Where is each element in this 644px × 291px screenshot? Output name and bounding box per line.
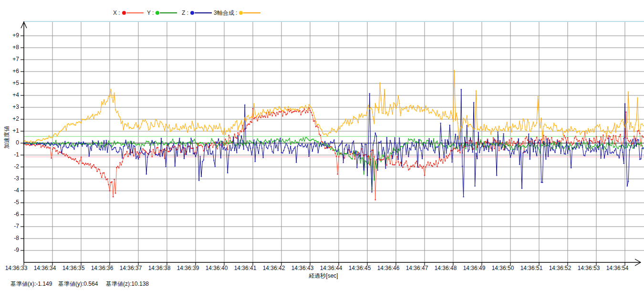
- x-tick-label: 14:36:54: [602, 265, 633, 271]
- x-tick-label: 14:36:35: [58, 265, 89, 271]
- y-axis-title: 加速度値: [3, 123, 10, 152]
- x-tick-label: 14:36:43: [287, 265, 318, 271]
- legend-item-z: Z :: [182, 9, 212, 17]
- legend-label-x: X :: [113, 10, 120, 16]
- y-tick-label: -9: [1, 247, 19, 253]
- y-tick-label: +3: [1, 104, 19, 110]
- legend-marker-dot-y: [156, 11, 159, 15]
- baseline-x-value: 基準値(x):-1.149: [10, 280, 52, 288]
- baseline-z-value: 基準値(z):10.138: [106, 280, 149, 288]
- y-tick-label: +6: [1, 68, 19, 74]
- legend-marker-dot-z: [190, 11, 194, 15]
- legend-marker-dot-x: [122, 11, 126, 15]
- y-tick-label: -1: [1, 151, 19, 158]
- legend-label-composite: 3軸合成 :: [214, 9, 237, 17]
- baseline-status-bar: 基準値(x):-1.149 基準値(y):0.564 基準値(z):10.138: [0, 280, 644, 289]
- x-tick-label: 14:36:36: [87, 265, 117, 271]
- acceleration-line-chart: [0, 0, 644, 291]
- series-line-X: [24, 108, 643, 200]
- x-tick-label: 14:36:49: [459, 265, 489, 271]
- x-tick-label: 14:36:42: [259, 265, 289, 271]
- x-tick-label: 14:36:33: [1, 265, 31, 271]
- series-line-Y: [24, 138, 643, 189]
- x-tick-label: 14:36:51: [516, 265, 547, 271]
- legend-label-y: Y :: [147, 10, 154, 16]
- legend-item-composite: 3軸合成 :: [214, 9, 260, 17]
- x-tick-label: 14:36:39: [173, 265, 203, 271]
- legend-marker-dot-composite: [239, 11, 243, 15]
- x-tick-label: 14:36:47: [402, 265, 432, 271]
- y-tick-label: -7: [1, 223, 19, 229]
- x-tick-label: 14:36:34: [30, 265, 60, 271]
- y-tick-label: +4: [1, 92, 19, 98]
- x-tick-label: 14:36:44: [316, 265, 346, 271]
- x-tick-label: 14:36:38: [144, 265, 175, 271]
- x-tick-label: 14:36:50: [488, 265, 518, 271]
- legend-line-sample-x: [126, 12, 144, 13]
- y-tick-label: -4: [1, 187, 19, 194]
- y-tick-label: -3: [1, 175, 19, 182]
- x-tick-label: 14:36:52: [545, 265, 575, 271]
- series-markers-3軸合成: [23, 70, 644, 143]
- legend-line-sample-composite: [243, 12, 260, 13]
- y-tick-label: -5: [1, 199, 19, 206]
- y-tick-label: -8: [1, 235, 19, 241]
- legend-line-sample-z: [195, 12, 212, 13]
- y-tick-label: +5: [1, 80, 19, 86]
- x-tick-label: 14:36:37: [115, 265, 146, 271]
- x-tick-label: 14:36:45: [344, 265, 375, 271]
- y-tick-label: +7: [1, 56, 19, 62]
- y-tick-label: -2: [1, 163, 19, 170]
- baseline-y-value: 基準値(y):0.564: [58, 280, 98, 288]
- x-tick-label: 14:36:48: [430, 265, 461, 271]
- series-line-3軸合成: [24, 71, 643, 143]
- series-markers-X: [23, 107, 644, 200]
- y-tick-label: +9: [1, 32, 19, 39]
- x-tick-label: 14:36:46: [373, 265, 404, 271]
- legend-label-z: Z :: [182, 10, 188, 16]
- y-tick-label: -6: [1, 211, 19, 218]
- legend-item-y: Y :: [147, 9, 177, 17]
- series-markers-Y: [23, 137, 644, 190]
- acceleration-chart-window: X : Y : Z : 3軸合成 : 14:36:3314:36:3414:36…: [0, 0, 644, 291]
- y-tick-label: +8: [1, 44, 19, 51]
- x-tick-label: 14:36:40: [201, 265, 232, 271]
- legend-item-x: X :: [113, 9, 144, 17]
- legend-line-sample-y: [160, 12, 177, 13]
- x-tick-label: 14:36:53: [573, 265, 604, 271]
- x-axis-title: 経過秒[sec]: [295, 272, 352, 280]
- x-tick-label: 14:36:41: [230, 265, 260, 271]
- y-tick-label: +2: [1, 115, 19, 122]
